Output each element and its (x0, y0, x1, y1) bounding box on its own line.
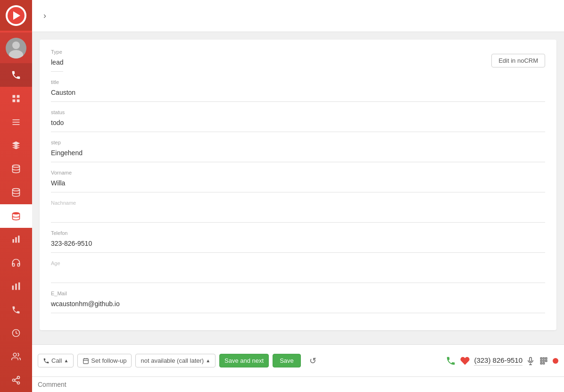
call-label: Call (51, 357, 62, 364)
sidebar (0, 0, 32, 392)
svg-rect-23 (83, 359, 89, 364)
sidebar-item-dashboard[interactable] (0, 87, 32, 110)
step-value: Eingehend (51, 147, 545, 162)
comment-bar (32, 376, 564, 392)
svg-line-21 (15, 381, 17, 382)
sidebar-item-layers[interactable] (0, 133, 32, 157)
age-field: Age (51, 260, 545, 283)
not-available-button[interactable]: not available (call later) ▲ (135, 354, 216, 367)
sidebar-item-phone[interactable] (0, 63, 32, 87)
database2-icon (11, 188, 21, 197)
svg-rect-10 (13, 239, 14, 243)
svg-rect-5 (13, 122, 20, 123)
svg-point-7 (13, 165, 20, 167)
edit-in-nocrm-button[interactable]: Edit in noCRM (491, 54, 545, 67)
svg-rect-37 (543, 362, 545, 364)
status-value: todo (51, 117, 545, 132)
barchart-icon (11, 282, 21, 291)
svg-rect-3 (17, 99, 20, 102)
sidebar-item-timer[interactable] (0, 322, 32, 345)
svg-rect-15 (18, 283, 20, 290)
comment-input[interactable] (38, 381, 558, 388)
svg-rect-27 (530, 357, 532, 361)
svg-rect-36 (540, 362, 542, 364)
age-value (51, 268, 545, 283)
type-value: lead (51, 57, 63, 72)
content-area: Type lead Edit in noCRM title Causton st… (32, 32, 564, 344)
phone-alt-icon (11, 305, 21, 315)
vorname-field: Vorname Willa (51, 170, 545, 192)
calendar-icon (83, 358, 89, 364)
sidebar-item-db[interactable] (0, 157, 32, 181)
nachname-value (51, 208, 545, 223)
telefon-field: Telefon 323-826-9510 (51, 230, 545, 253)
undo-icon: ↺ (309, 356, 316, 366)
svg-rect-30 (540, 358, 542, 359)
sidebar-item-records[interactable] (0, 204, 32, 228)
grid-icon (11, 94, 21, 103)
sidebar-logo[interactable] (0, 0, 32, 31)
lead-card: Type lead Edit in noCRM title Causton st… (40, 40, 556, 330)
sidebar-item-db2[interactable] (0, 181, 32, 204)
svg-point-19 (13, 379, 15, 382)
call-green-icon[interactable] (446, 356, 456, 366)
svg-rect-6 (13, 124, 20, 125)
topbar: › (32, 0, 564, 32)
save-button[interactable]: Save (273, 354, 301, 367)
svg-rect-13 (12, 285, 14, 290)
chevron-right-icon: › (43, 11, 46, 20)
title-label: title (51, 79, 545, 85)
svg-point-9 (13, 212, 20, 214)
chart-icon (11, 234, 21, 244)
nachname-field: Nachname (51, 200, 545, 223)
dialpad-icon[interactable] (539, 357, 548, 365)
logo-inner (8, 7, 25, 24)
svg-rect-2 (13, 99, 16, 102)
expand-button[interactable]: › (40, 7, 50, 25)
call-dropdown-icon: ▲ (64, 358, 68, 363)
svg-rect-0 (13, 95, 16, 98)
call-button[interactable]: Call ▲ (38, 354, 74, 367)
logo-play-icon (13, 11, 20, 20)
bottom-toolbar: Call ▲ Set follow-up not available (call… (32, 344, 564, 376)
share-icon (11, 375, 21, 385)
telefon-label: Telefon (51, 230, 545, 236)
sidebar-item-barchart[interactable] (0, 275, 32, 298)
not-available-label: not available (call later) (141, 357, 204, 364)
user-avatar[interactable] (0, 33, 32, 63)
microphone-icon[interactable] (526, 357, 535, 365)
email-label: E_Mail (51, 291, 545, 296)
phone-icon (11, 70, 21, 80)
sidebar-item-chart[interactable] (0, 228, 32, 251)
list-icon (11, 117, 21, 127)
type-row: Type lead Edit in noCRM (51, 49, 545, 72)
vorname-value: Willa (51, 177, 545, 192)
svg-rect-1 (17, 95, 20, 98)
svg-line-22 (15, 378, 17, 379)
svg-rect-31 (543, 358, 545, 359)
database-icon (11, 164, 21, 174)
follow-up-button[interactable]: Set follow-up (77, 354, 132, 367)
type-label: Type (51, 49, 63, 55)
save-next-button[interactable]: Save and next (219, 354, 269, 367)
sidebar-item-people[interactable] (0, 345, 32, 368)
step-field: step Eingehend (51, 140, 545, 162)
undo-button[interactable]: ↺ (305, 353, 321, 369)
sidebar-item-headset[interactable] (0, 251, 32, 275)
title-field: title Causton (51, 79, 545, 102)
type-col: Type lead (51, 49, 63, 72)
hang-up-icon[interactable] (460, 356, 470, 366)
vorname-label: Vorname (51, 170, 545, 175)
sidebar-item-share[interactable] (0, 368, 32, 392)
svg-point-17 (13, 353, 17, 357)
main-area: › Type lead Edit in noCRM title Causton … (32, 0, 564, 392)
layers-icon (11, 141, 21, 150)
status-label: status (51, 109, 545, 115)
svg-rect-11 (15, 237, 17, 243)
follow-up-label: Set follow-up (91, 357, 126, 364)
sidebar-item-list[interactable] (0, 110, 32, 134)
sidebar-item-phone-alt[interactable] (0, 298, 32, 322)
step-label: step (51, 140, 545, 145)
svg-rect-34 (543, 360, 545, 361)
svg-rect-33 (540, 360, 542, 361)
